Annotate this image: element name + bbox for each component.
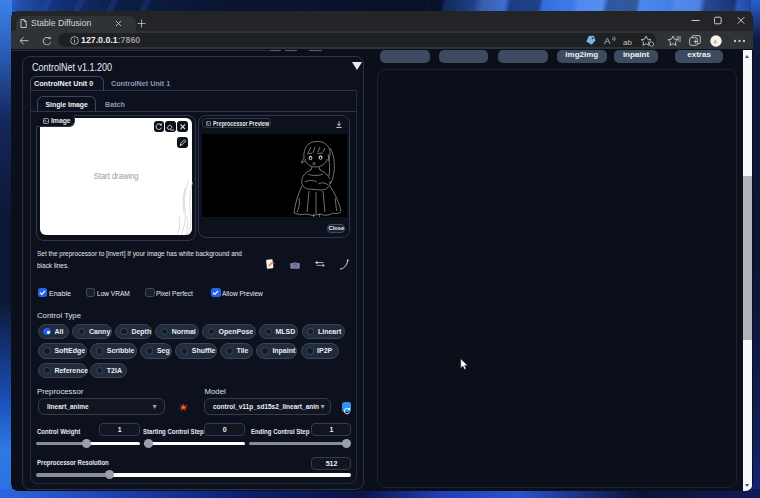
svg-text:ab: ab xyxy=(623,37,632,46)
svg-text:A: A xyxy=(604,35,611,46)
